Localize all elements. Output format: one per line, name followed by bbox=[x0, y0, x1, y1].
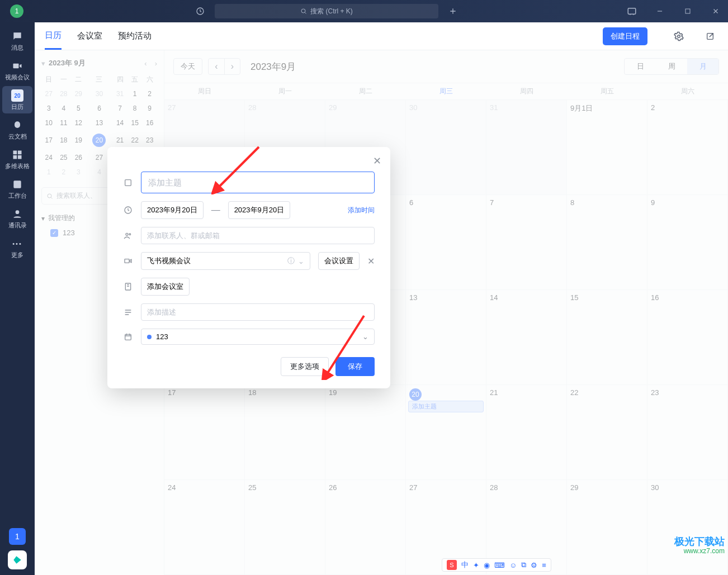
svg-rect-18 bbox=[125, 259, 129, 263]
tabs: 日历 会议室 预约活动 创建日程 bbox=[35, 22, 728, 50]
date-end[interactable]: 2023年9月20日 bbox=[228, 201, 291, 219]
history-icon[interactable] bbox=[191, 2, 209, 20]
screenshot-icon[interactable] bbox=[623, 2, 641, 20]
watermark: 极光下载站 www.xz7.com bbox=[674, 536, 725, 555]
rail-docs[interactable]: 云文档 bbox=[2, 116, 32, 143]
calendar-select[interactable]: 123⌄ bbox=[141, 329, 375, 345]
date-dash: — bbox=[211, 205, 220, 215]
event-title-input[interactable] bbox=[141, 172, 375, 193]
tab-calendar[interactable]: 日历 bbox=[45, 22, 62, 50]
tab-room[interactable]: 会议室 bbox=[77, 22, 102, 50]
svg-rect-2 bbox=[628, 8, 636, 15]
svg-point-11 bbox=[678, 35, 680, 37]
rail-contacts[interactable]: 通讯录 bbox=[2, 205, 32, 232]
meeting-settings[interactable]: 会议设置 bbox=[318, 252, 360, 270]
rail-messages[interactable]: 消息 bbox=[2, 27, 32, 54]
ime-logo-icon: S bbox=[447, 560, 457, 570]
modal-close[interactable]: ✕ bbox=[373, 155, 381, 167]
minimize-icon[interactable] bbox=[651, 2, 669, 20]
description-input[interactable] bbox=[141, 303, 375, 321]
svg-rect-3 bbox=[686, 9, 690, 13]
close-icon[interactable] bbox=[707, 2, 725, 20]
add-room-button[interactable]: 添加会议室 bbox=[141, 278, 190, 296]
avatar[interactable]: 1 bbox=[10, 4, 23, 18]
plus-icon[interactable] bbox=[444, 2, 462, 20]
global-search[interactable]: 搜索 (Ctrl + K) bbox=[215, 4, 438, 18]
create-event-modal: ✕ 2023年9月20日 — 2023年9月20日 添加时间 飞书视频会议 ⓘ⌄… bbox=[107, 147, 390, 388]
maximize-icon[interactable] bbox=[679, 2, 697, 20]
nav-rail: 消息 视频会议 20日历 云文档 多维表格 工作台 通讯录 •••更多 1 bbox=[0, 22, 35, 575]
svg-rect-9 bbox=[13, 180, 21, 188]
svg-rect-5 bbox=[13, 151, 17, 155]
save-button[interactable]: 保存 bbox=[335, 357, 375, 376]
desc-icon bbox=[123, 308, 133, 317]
clock-icon bbox=[123, 206, 133, 215]
meeting-select[interactable]: 飞书视频会议 ⓘ⌄ bbox=[141, 252, 310, 270]
svg-rect-7 bbox=[13, 155, 17, 159]
calendar-icon: 20 bbox=[11, 89, 23, 102]
popout-icon[interactable] bbox=[702, 28, 718, 44]
invite-input[interactable] bbox=[141, 227, 375, 244]
ime-bar: S 中 ✦◉⌨☺⧉⚙≡ bbox=[442, 558, 551, 572]
titlebar: 1 搜索 (Ctrl + K) bbox=[0, 0, 728, 22]
title-icon bbox=[123, 178, 133, 187]
svg-rect-8 bbox=[18, 155, 22, 159]
rail-workplace[interactable]: 工作台 bbox=[2, 175, 32, 202]
create-event-button[interactable]: 创建日程 bbox=[603, 27, 647, 45]
svg-point-17 bbox=[129, 234, 131, 235]
svg-rect-6 bbox=[18, 151, 22, 155]
rail-bottom-badge[interactable]: 1 bbox=[9, 528, 26, 545]
rail-more[interactable]: •••更多 bbox=[2, 234, 32, 262]
cal-icon bbox=[123, 332, 133, 341]
rail-base[interactable]: 多维表格 bbox=[2, 145, 32, 173]
add-time-link[interactable]: 添加时间 bbox=[348, 206, 375, 215]
rail-calendar[interactable]: 20日历 bbox=[2, 86, 32, 113]
search-placeholder: 搜索 (Ctrl + K) bbox=[310, 7, 353, 16]
people-icon bbox=[123, 231, 133, 240]
svg-point-16 bbox=[126, 233, 128, 235]
svg-rect-20 bbox=[125, 334, 131, 340]
more-options-button[interactable]: 更多选项 bbox=[281, 357, 329, 376]
rail-video[interactable]: 视频会议 bbox=[2, 56, 32, 84]
video-icon bbox=[123, 256, 133, 265]
svg-rect-4 bbox=[13, 64, 19, 68]
room-icon bbox=[123, 282, 133, 291]
date-start[interactable]: 2023年9月20日 bbox=[141, 201, 204, 219]
svg-rect-14 bbox=[125, 179, 131, 186]
rail-app-icon[interactable] bbox=[8, 550, 27, 569]
tab-booking[interactable]: 预约活动 bbox=[118, 22, 152, 50]
svg-point-10 bbox=[16, 210, 20, 214]
settings-icon[interactable] bbox=[671, 28, 687, 44]
svg-point-1 bbox=[301, 9, 305, 13]
remove-meeting[interactable]: ✕ bbox=[367, 256, 375, 267]
